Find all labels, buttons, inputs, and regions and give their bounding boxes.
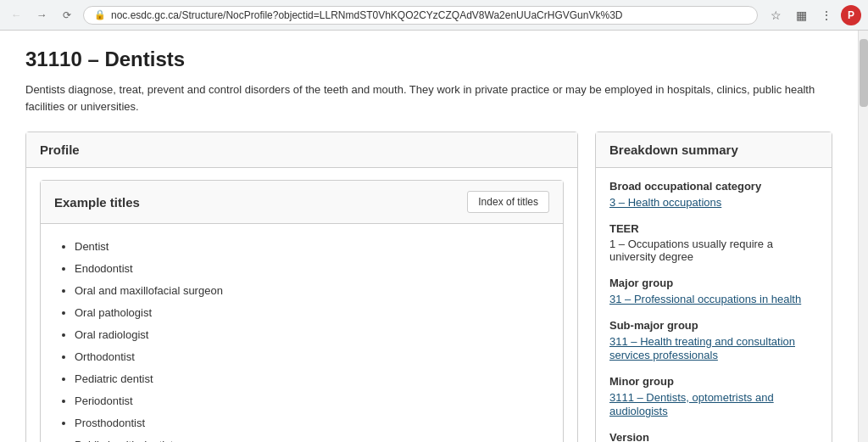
major-group-label: Major group	[609, 277, 818, 289]
example-titles-body: DentistEndodontistOral and maxillofacial…	[41, 224, 563, 442]
reload-button[interactable]: ⟳	[58, 6, 76, 25]
extensions-button[interactable]: ▦	[790, 4, 812, 26]
example-titles-card: Example titles Index of titles DentistEn…	[40, 180, 564, 442]
sub-major-group-label: Sub-major group	[609, 319, 818, 332]
address-bar[interactable]: 🔒 noc.esdc.gc.ca/Structure/NocProfile?ob…	[83, 6, 758, 25]
breakdown-body: Broad occupational category 3 – Health o…	[596, 168, 832, 442]
teer-label: TEER	[609, 222, 818, 235]
title-list: DentistEndodontistOral and maxillofacial…	[54, 236, 549, 442]
breakdown-minor-group: Minor group 3111 – Dentists, optometrist…	[609, 375, 818, 417]
minor-group-link[interactable]: 3111 – Dentists, optometrists and audiol…	[609, 391, 774, 417]
minor-group-label: Minor group	[609, 375, 818, 388]
title-list-item: Public health dentist	[75, 434, 549, 442]
main-layout: Profile Example titles Index of titles	[25, 131, 832, 442]
page-wrapper: 31110 – Dentists Dentists diagnose, trea…	[0, 31, 868, 442]
browser-actions: ☆ ▦ ⋮ P	[765, 4, 861, 26]
broad-category-link[interactable]: 3 – Health occupations	[609, 196, 721, 209]
page-title: 31110 – Dentists	[25, 48, 832, 71]
title-list-item: Oral pathologist	[75, 302, 549, 324]
breakdown-broad-category: Broad occupational category 3 – Health o…	[609, 180, 818, 209]
browser-chrome: ← → ⟳ 🔒 noc.esdc.gc.ca/Structure/NocProf…	[0, 0, 868, 31]
profile-card: Profile Example titles Index of titles	[25, 131, 578, 442]
profile-card-body: Example titles Index of titles DentistEn…	[26, 168, 577, 442]
teer-text: 1 – Occupations usually require a univer…	[609, 238, 818, 263]
broad-category-label: Broad occupational category	[609, 180, 818, 193]
right-column: Breakdown summary Broad occupational cat…	[595, 131, 832, 442]
back-button[interactable]: ←	[7, 6, 25, 25]
index-of-titles-button[interactable]: Index of titles	[467, 191, 549, 213]
breakdown-card: Breakdown summary Broad occupational cat…	[595, 131, 832, 442]
breakdown-teer: TEER 1 – Occupations usually require a u…	[609, 222, 818, 263]
sub-major-group-link[interactable]: 311 – Health treating and consultation s…	[609, 335, 795, 361]
title-list-item: Prosthodontist	[75, 412, 549, 434]
breakdown-header-title: Breakdown summary	[609, 143, 738, 157]
more-button[interactable]: ⋮	[815, 4, 837, 26]
example-titles-header: Example titles Index of titles	[41, 181, 563, 224]
title-list-item: Periodontist	[75, 390, 549, 412]
profile-card-header: Profile	[26, 132, 577, 168]
breakdown-major-group: Major group 31 – Professional occupation…	[609, 277, 818, 305]
title-list-item: Endodontist	[75, 258, 549, 280]
profile-avatar[interactable]: P	[841, 5, 861, 25]
bookmark-star-button[interactable]: ☆	[765, 4, 787, 26]
breakdown-header: Breakdown summary	[596, 132, 832, 168]
title-list-item: Oral and maxillofacial surgeon	[75, 280, 549, 302]
title-list-item: Pediatric dentist	[75, 368, 549, 390]
address-text: noc.esdc.gc.ca/Structure/NocProfile?obje…	[111, 9, 622, 21]
page-content: 31110 – Dentists Dentists diagnose, trea…	[0, 31, 858, 442]
forward-button[interactable]: →	[32, 6, 51, 25]
profile-card-title: Profile	[40, 143, 80, 157]
left-column: Profile Example titles Index of titles	[25, 131, 578, 442]
breakdown-sub-major-group: Sub-major group 311 – Health treating an…	[609, 319, 818, 361]
title-list-item: Dentist	[75, 236, 549, 258]
breakdown-version: Version NOC 2021 Version 1.0	[609, 431, 818, 442]
lock-icon: 🔒	[94, 9, 106, 20]
title-list-item: Orthodontist	[75, 346, 549, 368]
scrollbar-thumb[interactable]	[860, 39, 868, 107]
page-description: Dentists diagnose, treat, prevent and co…	[25, 81, 832, 115]
title-list-item: Oral radiologist	[75, 324, 549, 346]
major-group-link[interactable]: 31 – Professional occupations in health	[609, 293, 801, 305]
version-label: Version	[609, 431, 818, 442]
scrollbar-track[interactable]	[858, 31, 868, 442]
example-titles-label: Example titles	[54, 195, 140, 210]
